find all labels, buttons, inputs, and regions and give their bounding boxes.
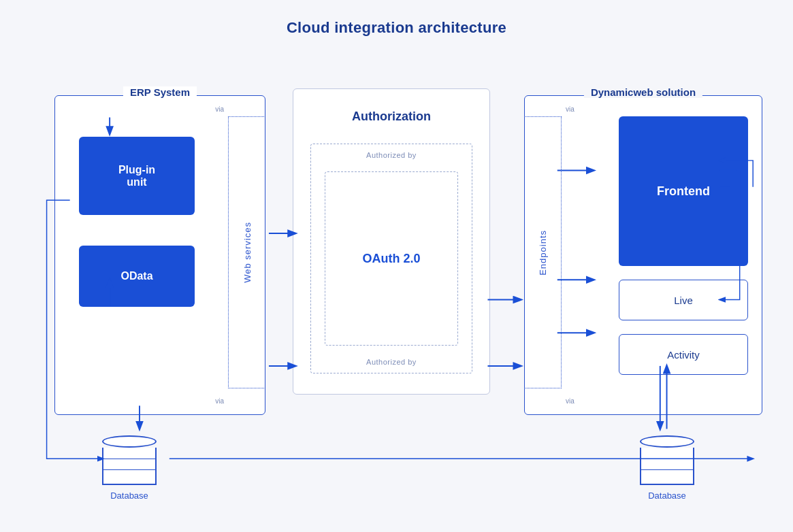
endpoints-label: Endpoints xyxy=(538,230,548,276)
oauth-label: OAuth 2.0 xyxy=(362,252,420,266)
live-label: Live xyxy=(674,295,693,306)
diagram-container: ERP System via via Web services Plug-inu… xyxy=(20,54,773,518)
web-services-label: Web services xyxy=(242,222,253,283)
via-label-dw-top: via xyxy=(566,105,574,113)
authorized-outer-box: Authorized by Authorized by OAuth 2.0 xyxy=(310,144,472,373)
odata-label: OData xyxy=(120,270,152,282)
authorized-by-top: Authorized by xyxy=(311,151,472,159)
authorized-by-bottom: Authorized by xyxy=(311,358,472,366)
erp-label: ERP System xyxy=(123,86,197,98)
auth-box: Authorization Authorized by Authorized b… xyxy=(293,88,490,395)
endpoints-box: Endpoints xyxy=(524,116,562,388)
frontend-box: Frontend xyxy=(619,116,748,266)
plugin-unit-box: Plug-inunit xyxy=(79,137,195,215)
web-services-box: Web services xyxy=(228,116,265,388)
page-title: Cloud integration architecture xyxy=(0,0,793,37)
erp-system-box: ERP System via via Web services Plug-inu… xyxy=(54,95,265,415)
dw-database-container: Database xyxy=(640,435,694,501)
erp-database-cylinder xyxy=(102,435,157,485)
erp-database-container: Database xyxy=(102,435,157,501)
frontend-label: Frontend xyxy=(657,184,710,199)
dw-db-top xyxy=(640,435,694,448)
via-label-erp-top: via xyxy=(215,105,224,113)
dw-box: Dynamicweb solution via via Endpoints Fr… xyxy=(524,95,762,415)
erp-db-top xyxy=(102,435,157,448)
activity-box: Activity xyxy=(619,334,748,375)
via-label-erp-bot: via xyxy=(215,397,224,405)
dw-db-label: Database xyxy=(648,491,686,501)
dw-label: Dynamicweb solution xyxy=(584,86,702,98)
plugin-unit-label: Plug-inunit xyxy=(118,164,155,188)
oauth-box: OAuth 2.0 xyxy=(325,171,458,346)
auth-label: Authorization xyxy=(293,110,489,124)
erp-db-body xyxy=(102,448,157,485)
erp-db-label: Database xyxy=(110,491,148,501)
activity-label: Activity xyxy=(667,349,700,361)
dw-database-cylinder xyxy=(640,435,694,485)
via-label-dw-bot: via xyxy=(566,397,574,405)
dw-db-body xyxy=(640,448,694,485)
odata-box: OData xyxy=(79,246,195,307)
live-box: Live xyxy=(619,280,748,320)
